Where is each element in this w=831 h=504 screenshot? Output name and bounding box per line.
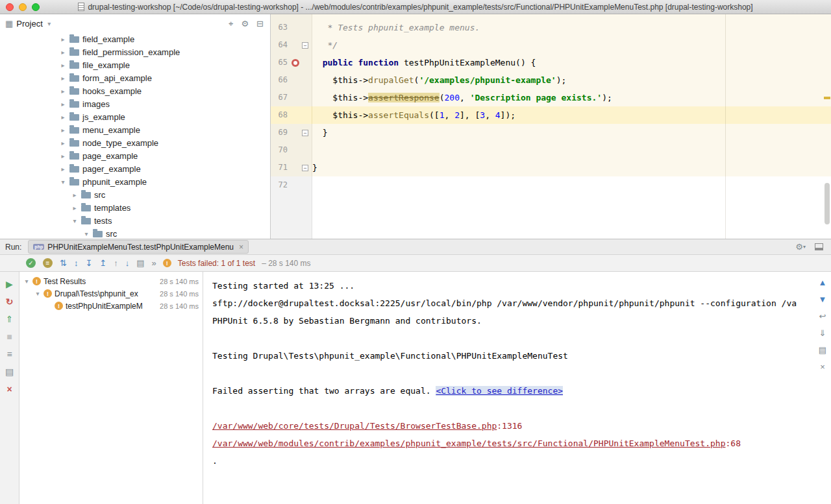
- chevron-down-icon[interactable]: ▾: [71, 217, 78, 224]
- chevron-right-icon[interactable]: ▸: [60, 101, 66, 108]
- line-number[interactable]: 67: [271, 89, 288, 106]
- project-tree-item-file_example[interactable]: ▸file_example: [0, 58, 270, 71]
- line-number[interactable]: 71: [271, 159, 288, 176]
- fold-marker-icon[interactable]: −: [302, 130, 308, 136]
- project-panel-title[interactable]: Project: [16, 19, 42, 29]
- warning-stripe-mark[interactable]: [824, 97, 830, 99]
- show-ignored-icon[interactable]: ≡: [43, 258, 53, 268]
- run-tab[interactable]: php PHPUnitExampleMenuTest.testPhpUnitEx…: [28, 240, 249, 254]
- code-text[interactable]: $this->drupalGet('/examples/phpunit-exam…: [312, 71, 831, 89]
- chevron-down-icon[interactable]: ▾: [60, 178, 66, 186]
- close-window-button[interactable]: [6, 3, 14, 11]
- scroll-up-icon[interactable]: ▲: [819, 278, 827, 287]
- project-tree-item-src[interactable]: ▸src: [0, 188, 270, 201]
- project-tree-item-images[interactable]: ▸images: [0, 97, 270, 110]
- code-text[interactable]: [312, 141, 831, 159]
- project-tree-item-pager_example[interactable]: ▸pager_example: [0, 162, 270, 175]
- test-tree-item[interactable]: !testPhpUnitExampleM28 s 140 ms: [19, 300, 203, 312]
- chevron-right-icon[interactable]: ▸: [60, 88, 66, 95]
- close-tab-icon[interactable]: ×: [239, 243, 243, 252]
- line-number[interactable]: 65: [271, 54, 288, 71]
- chevron-right-icon[interactable]: ▸: [60, 165, 66, 173]
- soft-wrap-icon[interactable]: ↩: [819, 312, 826, 320]
- settings-gear-icon[interactable]: ⚙: [241, 19, 249, 28]
- stop-button[interactable]: ■: [6, 332, 12, 341]
- line-number[interactable]: 63: [271, 19, 288, 36]
- project-tree-item-menu_example[interactable]: ▸menu_example: [0, 123, 270, 136]
- chevron-down-icon[interactable]: ▾: [46, 20, 53, 27]
- chevron-right-icon[interactable]: ▸: [60, 62, 66, 69]
- code-text[interactable]: */: [312, 36, 831, 54]
- chevron-right-icon[interactable]: ▸: [60, 152, 66, 160]
- print-icon[interactable]: ▤: [819, 346, 826, 354]
- line-number[interactable]: 68: [271, 106, 288, 124]
- project-tree-item-field_permission_example[interactable]: ▸field_permission_example: [0, 45, 270, 58]
- fold-marker-icon[interactable]: −: [302, 165, 308, 171]
- project-tree-item-tests[interactable]: ▾tests: [0, 214, 270, 227]
- chevron-right-icon[interactable]: ▸: [60, 114, 66, 121]
- code-text[interactable]: }: [312, 159, 831, 176]
- chevron-right-icon[interactable]: ▸: [60, 139, 66, 147]
- rerun-test-button[interactable]: ▶: [6, 280, 13, 289]
- line-number[interactable]: 72: [271, 176, 288, 194]
- chevron-right-icon[interactable]: ▸: [60, 49, 66, 56]
- show-passed-icon[interactable]: ✓: [26, 258, 36, 268]
- code-text[interactable]: $this->assertResponse(200, 'Description …: [312, 89, 831, 106]
- chevron-right-icon[interactable]: ▸: [60, 36, 66, 43]
- locate-file-icon[interactable]: ⌖: [229, 19, 233, 28]
- view-diff-link[interactable]: <Click to see difference>: [436, 386, 563, 396]
- code-text[interactable]: [312, 176, 831, 194]
- editor-scrollbar-thumb[interactable]: [825, 183, 830, 224]
- chevron-right-icon[interactable]: ▸: [60, 126, 66, 134]
- project-tree-item-form_api_example[interactable]: ▸form_api_example: [0, 71, 270, 84]
- project-tree-item-page_example[interactable]: ▸page_example: [0, 149, 270, 162]
- chevron-down-icon[interactable]: ▾: [83, 230, 90, 237]
- toggle-auto-test-button[interactable]: ⇑: [6, 315, 14, 324]
- line-number[interactable]: 69: [271, 124, 288, 141]
- close-button[interactable]: ×: [6, 385, 12, 394]
- stacktrace-link[interactable]: /var/www/web/core/tests/Drupal/Tests/Bro…: [212, 421, 497, 431]
- project-tree-item-node_type_example[interactable]: ▸node_type_example: [0, 136, 270, 149]
- chevron-right-icon[interactable]: ▸: [60, 75, 66, 82]
- hide-panel-icon[interactable]: [815, 243, 823, 250]
- clear-console-icon[interactable]: ×: [820, 363, 825, 371]
- test-tree-item[interactable]: ▾!Drupal\Tests\phpunit_ex28 s 140 ms: [19, 287, 203, 300]
- minimize-window-button[interactable]: [19, 3, 27, 11]
- scroll-to-end-icon[interactable]: ⇓: [819, 329, 826, 337]
- more-options-icon[interactable]: »: [152, 259, 156, 267]
- restore-layout-button[interactable]: ▤: [5, 367, 14, 376]
- sort-alphabetically-icon[interactable]: ⇅: [60, 259, 67, 267]
- collapse-all-icon[interactable]: ↥: [99, 259, 106, 267]
- stacktrace-link[interactable]: /var/www/web/modules/contrib/examples/ph…: [212, 438, 726, 448]
- rerun-failed-tests-button[interactable]: ↻: [6, 297, 14, 306]
- expand-all-icon[interactable]: ↧: [85, 259, 92, 267]
- project-tree-item-hooks_example[interactable]: ▸hooks_example: [0, 84, 270, 97]
- chevron-down-icon[interactable]: ▾: [23, 278, 30, 285]
- project-tree-item-field_example[interactable]: ▸field_example: [0, 32, 270, 45]
- code-text[interactable]: * Tests phpunit_example menus.: [312, 19, 831, 36]
- test-history-button[interactable]: ≡: [6, 350, 12, 359]
- code-text[interactable]: }: [312, 124, 831, 141]
- previous-failed-test-icon[interactable]: ↑: [114, 259, 118, 267]
- sort-by-duration-icon[interactable]: ↕: [74, 259, 79, 267]
- chevron-down-icon[interactable]: ▾: [34, 290, 41, 297]
- project-tree-item-js_example[interactable]: ▸js_example: [0, 110, 270, 123]
- project-tree-item-templates[interactable]: ▸templates: [0, 201, 270, 214]
- line-number[interactable]: 66: [271, 71, 288, 89]
- settings-gear-icon[interactable]: ⚙▾: [795, 243, 806, 251]
- chevron-right-icon[interactable]: ▸: [71, 191, 78, 198]
- scroll-down-icon[interactable]: ▼: [819, 295, 827, 304]
- test-failed-gutter-icon[interactable]: [291, 59, 299, 67]
- project-tree-item-phpunit_example[interactable]: ▾phpunit_example: [0, 175, 270, 188]
- project-tree-item-src[interactable]: ▾src: [0, 227, 270, 239]
- editor[interactable]: 63 * Tests phpunit_example menus.64− */6…: [271, 14, 831, 239]
- export-test-results-icon[interactable]: ▤: [136, 259, 144, 267]
- line-number[interactable]: 70: [271, 141, 288, 159]
- console[interactable]: Testing started at 13:25 ...sftp://docke…: [203, 272, 831, 504]
- fold-marker-icon[interactable]: −: [302, 42, 308, 49]
- line-number[interactable]: 64: [271, 36, 288, 54]
- code-text[interactable]: $this->assertEquals([1, 2], [3, 4]);: [312, 106, 831, 124]
- test-tree-item[interactable]: ▾!Test Results28 s 140 ms: [19, 275, 203, 287]
- next-failed-test-icon[interactable]: ↓: [125, 259, 130, 267]
- zoom-window-button[interactable]: [32, 3, 40, 11]
